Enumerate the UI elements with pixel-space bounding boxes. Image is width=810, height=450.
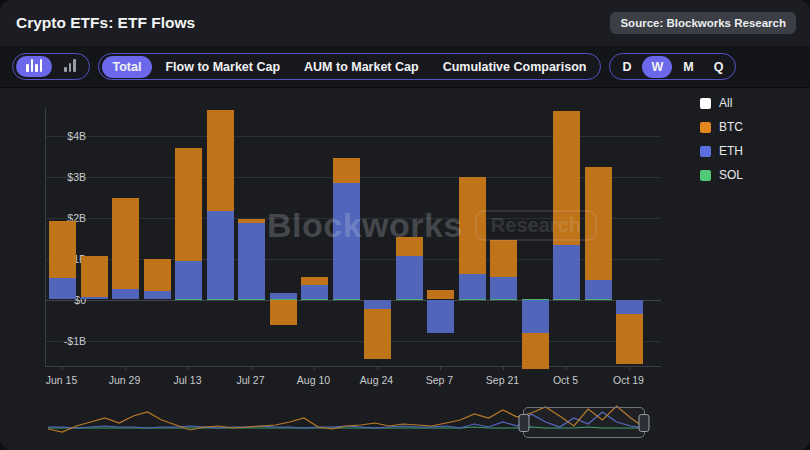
- x-axis-tick: [377, 366, 378, 370]
- bar-segment-btc-aug-10[interactable]: [301, 277, 328, 286]
- bar-segment-btc-aug-3[interactable]: [270, 300, 297, 326]
- legend-swatch-sol: [700, 170, 711, 181]
- bar-segment-btc-sep-28[interactable]: [522, 333, 549, 369]
- bar-segment-sol-aug-10[interactable]: [301, 299, 328, 300]
- bar-segment-sol-jul-20[interactable]: [207, 299, 234, 300]
- bar-segment-btc-jul-13[interactable]: [175, 148, 202, 260]
- brush-handle-left[interactable]: [519, 414, 530, 432]
- tab-cumulative-comparison[interactable]: Cumulative Comparison: [432, 56, 598, 78]
- x-axis-tick: [503, 366, 504, 370]
- bar-segment-btc-oct-5[interactable]: [553, 111, 580, 245]
- period-w[interactable]: W: [642, 56, 672, 78]
- x-axis-tick-label: Sep 7: [426, 374, 453, 386]
- bar-segment-sol-sep-14[interactable]: [459, 299, 486, 300]
- bar-segment-btc-oct-12[interactable]: [585, 167, 612, 281]
- x-axis-tick-label: Aug 10: [297, 374, 330, 386]
- legend-item-all[interactable]: All: [700, 96, 743, 110]
- source-badge: Source: Blockworks Research: [610, 12, 796, 34]
- tab-aum-to-market-cap[interactable]: AUM to Market Cap: [293, 56, 430, 78]
- x-axis-tick-label: Aug 24: [360, 374, 393, 386]
- y-axis-tick-label: $3B: [50, 171, 86, 183]
- bar-segment-eth-aug-24[interactable]: [364, 300, 391, 309]
- page-title: Crypto ETFs: ETF Flows: [16, 0, 195, 46]
- bar-segment-eth-jul-13[interactable]: [175, 261, 202, 299]
- bar-segment-btc-sep-14[interactable]: [459, 177, 486, 273]
- x-axis-tick: [188, 366, 189, 370]
- x-axis-tick-label: Jun 15: [46, 374, 78, 386]
- bar-segment-eth-sep-21[interactable]: [490, 277, 517, 299]
- bar-segment-btc-aug-17[interactable]: [333, 158, 360, 183]
- bar-segment-btc-jun-15[interactable]: [49, 221, 76, 278]
- bar-segment-btc-jun-29[interactable]: [112, 198, 139, 289]
- x-axis-tick: [629, 366, 630, 370]
- x-axis-tick: [62, 366, 63, 370]
- bar-segment-btc-aug-24[interactable]: [364, 309, 391, 359]
- legend-label: ETH: [719, 144, 743, 158]
- legend-item-btc[interactable]: BTC: [700, 120, 743, 134]
- brush-handle-right[interactable]: [639, 414, 650, 432]
- bar-segment-eth-sep-28[interactable]: [522, 300, 549, 334]
- bar-segment-sol-sep-21[interactable]: [490, 299, 517, 300]
- legend-item-sol[interactable]: SOL: [700, 168, 743, 182]
- bar-segment-btc-sep-7[interactable]: [427, 290, 454, 299]
- period-d[interactable]: D: [613, 56, 640, 78]
- legend-item-eth[interactable]: ETH: [700, 144, 743, 158]
- bar-segment-eth-jul-27[interactable]: [238, 223, 265, 299]
- legend: AllBTCETHSOL: [700, 96, 743, 192]
- bar-segment-btc-sep-21[interactable]: [490, 240, 517, 277]
- legend-label: SOL: [719, 168, 743, 182]
- navigator-brush[interactable]: [523, 407, 645, 438]
- bar-segment-eth-aug-3[interactable]: [270, 293, 297, 299]
- period-selector: DWMQ: [609, 53, 736, 80]
- tab-flow-to-market-cap[interactable]: Flow to Market Cap: [154, 56, 291, 78]
- bar-segment-sol-jul-27[interactable]: [238, 299, 265, 300]
- period-m[interactable]: M: [674, 56, 702, 78]
- stacked-bar-chart-icon[interactable]: [16, 56, 52, 77]
- bar-segment-eth-oct-19[interactable]: [616, 300, 643, 314]
- chart-type-toggle: [12, 53, 90, 80]
- bar-segment-btc-jul-6[interactable]: [144, 259, 171, 291]
- bar-segment-btc-aug-31[interactable]: [396, 237, 423, 256]
- gridline: [46, 300, 661, 301]
- bar-segment-eth-jun-29[interactable]: [112, 289, 139, 300]
- bar-segment-sol-oct-5[interactable]: [553, 299, 580, 300]
- bar-segment-eth-aug-17[interactable]: [333, 183, 360, 299]
- bar-segment-eth-sep-7[interactable]: [427, 300, 454, 333]
- x-axis-tick-label: Jun 29: [109, 374, 141, 386]
- bar-segment-sol-jul-13[interactable]: [175, 299, 202, 300]
- bar-segment-sol-oct-12[interactable]: [585, 299, 612, 300]
- bar-segment-eth-sep-14[interactable]: [459, 274, 486, 299]
- y-axis-tick-label: -$1B: [50, 335, 86, 347]
- chart-body: $4B$3B$2B$1B$0-$1B Jun 15Jun 29Jul 13Jul…: [0, 88, 810, 450]
- legend-swatch-eth: [700, 146, 711, 157]
- x-axis-tick: [251, 366, 252, 370]
- bar-segment-sol-aug-17[interactable]: [333, 299, 360, 300]
- timeline-navigator[interactable]: [48, 402, 645, 442]
- bar-segment-eth-aug-31[interactable]: [396, 256, 423, 299]
- bar-segment-btc-jul-27[interactable]: [238, 219, 265, 223]
- bar-segment-eth-jul-20[interactable]: [207, 211, 234, 299]
- metric-tabs: TotalFlow to Market CapAUM to Market Cap…: [98, 53, 602, 80]
- bar-segment-eth-oct-5[interactable]: [553, 245, 580, 298]
- x-axis-tick-label: Oct 5: [553, 374, 578, 386]
- column-chart-icon[interactable]: [54, 56, 86, 77]
- period-q[interactable]: Q: [705, 56, 733, 78]
- bar-segment-btc-oct-19[interactable]: [616, 314, 643, 364]
- bar-segment-eth-jun-22[interactable]: [81, 297, 108, 299]
- legend-swatch-all: [700, 98, 711, 109]
- x-axis-tick-label: Oct 19: [613, 374, 644, 386]
- bar-segment-eth-oct-12[interactable]: [585, 280, 612, 298]
- bar-segment-btc-jul-20[interactable]: [207, 110, 234, 210]
- bar-segment-sol-aug-31[interactable]: [396, 299, 423, 300]
- x-axis-tick-label: Jul 13: [173, 374, 201, 386]
- bar-segment-eth-aug-10[interactable]: [301, 285, 328, 299]
- bar-segment-eth-jun-15[interactable]: [49, 278, 76, 299]
- y-axis-tick-label: $4B: [50, 130, 86, 142]
- toolbar: TotalFlow to Market CapAUM to Market Cap…: [0, 46, 810, 88]
- bar-segment-eth-jul-6[interactable]: [144, 291, 171, 299]
- tab-total[interactable]: Total: [102, 56, 153, 78]
- x-axis-tick: [125, 366, 126, 370]
- legend-swatch-btc: [700, 122, 711, 133]
- chart-widget-card: Crypto ETFs: ETF Flows Source: Blockwork…: [0, 0, 810, 450]
- bar-segment-btc-jun-22[interactable]: [81, 256, 108, 297]
